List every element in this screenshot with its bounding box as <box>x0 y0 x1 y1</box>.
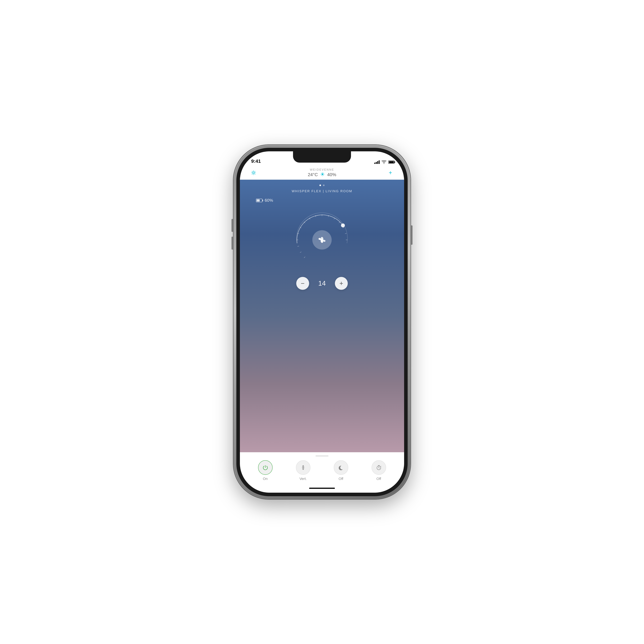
power-control[interactable]: On <box>258 460 273 481</box>
humidity-value: 40% <box>327 172 336 177</box>
home-bar <box>309 488 335 489</box>
svg-line-14 <box>339 222 340 223</box>
drag-indicator <box>316 455 328 456</box>
timer-control[interactable]: Off <box>372 460 386 481</box>
power-side-button[interactable] <box>411 225 412 245</box>
home-indicator[interactable] <box>240 486 404 493</box>
battery-indicator: 60% <box>256 198 273 203</box>
weather-info: 24°C 40% <box>258 172 386 177</box>
volume-up-button[interactable] <box>232 219 233 232</box>
sun-icon <box>320 172 325 177</box>
decrease-speed-button[interactable]: − <box>296 277 309 290</box>
svg-point-1 <box>322 173 323 175</box>
moon-label: Off <box>339 477 343 481</box>
timer-label: Off <box>376 477 381 481</box>
svg-point-19 <box>321 239 323 241</box>
wifi-icon <box>382 160 386 164</box>
increase-speed-button[interactable]: + <box>335 277 348 290</box>
device-name: WHISPER FLEX | LIVING ROOM <box>292 189 352 193</box>
phone-screen: 9:41 <box>240 151 404 493</box>
signal-icon <box>374 160 380 164</box>
main-content: WHISPER FLEX | LIVING ROOM 60% <box>240 180 404 452</box>
settings-button[interactable] <box>250 169 258 177</box>
top-bar-center: WEIDEVENNE 24°C 40% <box>258 168 386 177</box>
vert-circle <box>296 460 310 475</box>
add-button[interactable]: + <box>386 169 394 177</box>
svg-line-3 <box>300 252 301 253</box>
speed-controls: − 14 + <box>296 277 348 290</box>
status-icons <box>374 160 394 164</box>
device-battery-icon <box>256 199 262 202</box>
controls-row: On <box>246 460 398 481</box>
svg-point-20 <box>303 467 304 468</box>
svg-line-16 <box>345 233 347 234</box>
svg-line-2 <box>304 257 305 258</box>
svg-point-18 <box>341 223 345 227</box>
page-dots <box>319 185 325 186</box>
volume-down-button[interactable] <box>232 237 233 250</box>
status-time: 9:41 <box>251 158 261 164</box>
speed-dial[interactable] <box>288 206 356 274</box>
notch <box>293 151 351 163</box>
vert-control[interactable]: Vert. <box>296 460 310 481</box>
svg-line-4 <box>297 246 299 246</box>
temperature-value: 24°C <box>308 172 318 177</box>
fan-icon <box>312 230 332 250</box>
phone-shell: 9:41 <box>233 145 411 499</box>
battery-icon <box>388 161 394 164</box>
moon-control[interactable]: Off <box>334 460 348 481</box>
phone-bezel: 9:41 <box>236 148 408 496</box>
vert-label: Vert. <box>299 477 307 481</box>
timer-circle <box>372 460 386 475</box>
power-label: On <box>263 477 268 481</box>
bottom-panel: On <box>240 452 404 486</box>
page-dot-2[interactable] <box>323 185 325 186</box>
speed-value: 14 <box>317 279 327 287</box>
power-circle <box>258 460 273 475</box>
moon-circle <box>334 460 348 475</box>
svg-point-0 <box>253 172 254 173</box>
page-dot-1[interactable] <box>319 185 321 186</box>
battery-level: 60% <box>265 198 273 203</box>
top-bar: WEIDEVENNE 24°C 40% + <box>240 166 404 180</box>
location-name: WEIDEVENNE <box>258 168 386 171</box>
